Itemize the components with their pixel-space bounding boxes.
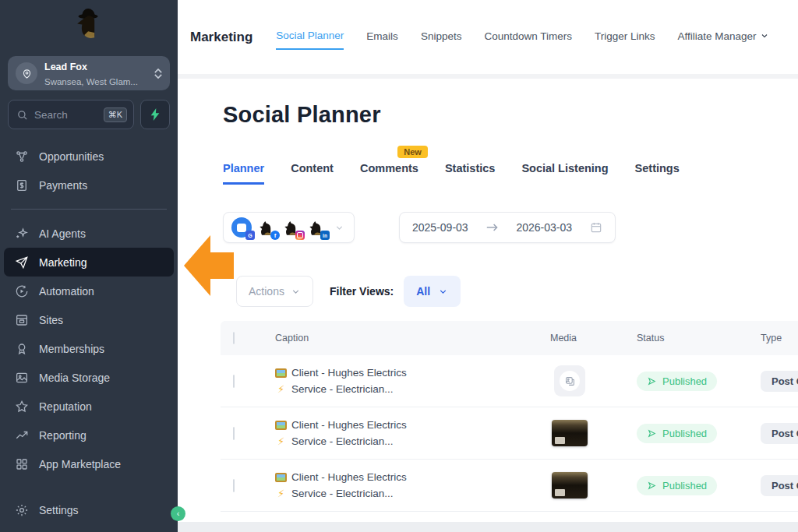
calendar-icon: [590, 221, 602, 234]
horizontal-scrollbar-track[interactable]: [178, 522, 798, 532]
sidebar-item-label: App Marketplace: [39, 458, 121, 470]
row-checkbox[interactable]: [233, 427, 235, 440]
table-row[interactable]: Client - Hughes Electrics ⚡Service - Ele…: [221, 460, 798, 512]
sidebar-item-marketing[interactable]: Marketing: [4, 248, 174, 277]
location-switcher[interactable]: Lead Fox Swansea, West Glam...: [8, 56, 170, 90]
reporting-trend-icon: [15, 428, 29, 442]
sidebar-item-sites[interactable]: Sites: [4, 305, 174, 334]
tab-social-listening[interactable]: Social Listening: [521, 162, 608, 185]
location-avatar: [16, 62, 37, 84]
sidebar-collapse-button[interactable]: ‹: [171, 506, 185, 521]
caption-line2: Service - Electrician...: [291, 485, 394, 502]
date-to: 2026-03-03: [516, 221, 572, 234]
page-title: Social Planner: [223, 102, 798, 128]
topnav-tab-emails[interactable]: Emails: [366, 26, 398, 49]
main-content: Marketing Social Planner Emails Snippets…: [178, 0, 798, 532]
caption-line2: Service - Electrician...: [291, 433, 394, 449]
instagram-badge-icon: [295, 231, 305, 240]
type-badge: Post C: [761, 371, 798, 392]
actions-dropdown-button[interactable]: Actions: [236, 276, 313, 307]
sidebar-item-media-storage[interactable]: Media Storage: [4, 363, 174, 392]
sidebar-item-label: Reputation: [39, 400, 92, 413]
header-type: Type: [733, 333, 798, 344]
topnav: Marketing Social Planner Emails Snippets…: [178, 0, 798, 74]
search-placeholder: Search: [34, 109, 97, 121]
row-checkbox[interactable]: [233, 479, 235, 492]
search-shortcut-badge: ⌘K: [104, 107, 127, 122]
published-send-icon: [647, 428, 657, 439]
select-all-checkbox[interactable]: [233, 332, 235, 344]
facebook-account-avatar: f: [256, 217, 277, 238]
topnav-divider-strip: [178, 74, 798, 79]
topnav-tab-social-planner[interactable]: Social Planner: [276, 25, 344, 50]
sidebar-item-memberships[interactable]: Memberships: [4, 334, 174, 363]
media-thumbnail[interactable]: [552, 472, 588, 499]
published-send-icon: [647, 376, 657, 386]
sites-icon: [15, 313, 29, 327]
ai-agents-icon: [15, 227, 29, 241]
status-text: Published: [662, 428, 707, 439]
filter-views-dropdown[interactable]: All: [404, 276, 461, 307]
planner-toolbar: G f in 2025-09-03 2026-0: [223, 212, 798, 243]
status-badge: Published: [637, 372, 717, 391]
google-business-glyph: [237, 224, 246, 232]
sidebar-item-reputation[interactable]: Reputation: [4, 392, 174, 421]
row-checkbox[interactable]: [233, 375, 235, 388]
topnav-tab-affiliate-manager[interactable]: Affiliate Manager: [678, 26, 769, 49]
sidebar-item-payments[interactable]: Payments: [4, 171, 174, 199]
framed-picture-emoji: [275, 473, 287, 482]
sidebar-item-settings[interactable]: Settings: [4, 495, 174, 524]
filter-value: All: [416, 285, 430, 298]
actions-label: Actions: [249, 285, 284, 298]
topnav-tab-countdown-timers[interactable]: Countdown Timers: [484, 26, 572, 49]
reputation-star-icon: [15, 400, 29, 414]
type-badge: Post C: [761, 475, 798, 496]
quick-actions-button[interactable]: [140, 100, 170, 129]
media-storage-icon: [15, 371, 29, 385]
topnav-tab-label: Affiliate Manager: [678, 30, 757, 42]
table-row[interactable]: Client - Hughes Electrics ⚡Service - Ele…: [221, 407, 798, 460]
topnav-tab-trigger-links[interactable]: Trigger Links: [595, 26, 655, 49]
tab-statistics[interactable]: Statistics: [445, 162, 495, 185]
sidebar-item-reporting[interactable]: Reporting: [4, 421, 174, 449]
marketing-send-icon: [15, 255, 29, 270]
sidebar-item-opportunities[interactable]: Opportunities: [4, 142, 174, 171]
lightning-emoji: ⚡: [275, 381, 287, 397]
sidebar-nav: Opportunities Payments AI Agents Marketi…: [0, 142, 178, 532]
status-text: Published: [662, 480, 707, 491]
sidebar-item-label: Automation: [39, 285, 94, 298]
memberships-icon: [15, 342, 29, 356]
media-placeholder[interactable]: [554, 365, 585, 396]
fox-logo-icon: [71, 5, 107, 46]
google-business-avatar: G: [231, 217, 252, 238]
table-toolbar: Actions Filter Views: All: [236, 276, 798, 307]
sidebar-item-label: Memberships: [39, 343, 104, 355]
connected-accounts-selector[interactable]: G f in: [223, 212, 355, 243]
tab-content[interactable]: Content: [291, 162, 334, 185]
search-icon: [16, 109, 28, 121]
tab-comments[interactable]: New Comments: [360, 162, 418, 185]
table-row[interactable]: Client - Hughes Electrics ⚡Service - Ele…: [221, 355, 798, 407]
search-input[interactable]: Search ⌘K: [8, 100, 134, 129]
date-range-picker[interactable]: 2025-09-03 2026-03-03: [399, 212, 616, 243]
sidebar-item-label: Marketing: [39, 256, 87, 269]
status-badge: Published: [637, 476, 717, 495]
sidebar-item-app-marketplace[interactable]: App Marketplace: [4, 449, 174, 478]
settings-gear-icon: [15, 503, 29, 517]
tab-settings[interactable]: Settings: [635, 162, 680, 185]
tab-label: Comments: [360, 162, 418, 174]
arrow-right-icon: [486, 223, 499, 232]
sidebar-item-label: Sites: [39, 314, 63, 326]
google-badge-icon: G: [245, 231, 255, 240]
sidebar-item-automation[interactable]: Automation: [4, 277, 174, 305]
topnav-tab-snippets[interactable]: Snippets: [421, 26, 462, 49]
chevron-down-icon: [760, 31, 769, 41]
chevron-down-icon: [438, 287, 448, 297]
app-marketplace-grid-icon: [15, 457, 29, 471]
header-caption: Caption: [258, 333, 523, 344]
framed-picture-emoji: [275, 368, 287, 378]
media-thumbnail[interactable]: [552, 420, 588, 446]
tab-planner[interactable]: Planner: [223, 162, 264, 185]
caption-line2: Service - Electrician...: [291, 381, 394, 397]
sidebar-item-ai-agents[interactable]: AI Agents: [4, 219, 174, 248]
